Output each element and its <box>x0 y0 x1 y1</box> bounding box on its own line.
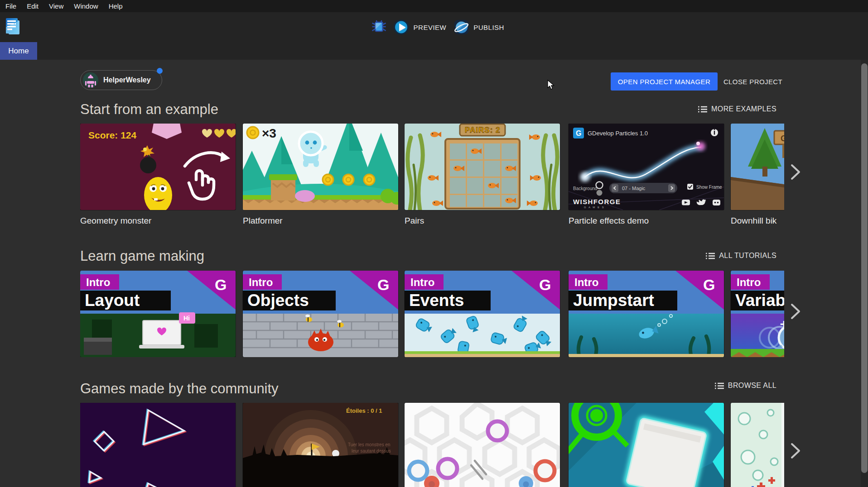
card-intro-events: G Intro Events <box>405 271 560 357</box>
card-community-game-2: Étoiles : 0 / 1 Tuer les monstres en leu… <box>243 403 398 487</box>
wishforge-sub: G A M E S <box>584 206 605 209</box>
card-pairs: PAIRS: 2 Pairs <box>405 124 560 226</box>
more-examples-link[interactable]: MORE EXAMPLES <box>698 105 776 113</box>
gdevelop-home-window: File Edit View Window Help <box>0 0 868 487</box>
card-community-game-3 <box>405 403 560 487</box>
list-icon <box>698 105 707 113</box>
intro-events-thumbnail[interactable]: G Intro Events <box>405 271 560 357</box>
mouse-cursor <box>547 80 555 92</box>
card-intro-objects: G Intro Objects <box>243 271 398 357</box>
all-tutorials-label: ALL TUTORIALS <box>719 252 776 260</box>
publish-button[interactable]: PUBLISH <box>453 19 504 35</box>
preview-label: PREVIEW <box>414 24 447 31</box>
downhill-bike-thumbnail[interactable]: G <box>731 124 784 210</box>
gdevelop-g-logo: G <box>377 276 389 293</box>
publish-globe-icon <box>453 19 469 35</box>
sunset-platformer-art: Étoiles : 0 / 1 Tuer les monstres en leu… <box>243 403 398 487</box>
bubbles-game-art <box>731 403 784 487</box>
coin-count-text: ×3 <box>262 126 276 140</box>
intro-variables-art: +1 G Intro Variab <box>731 271 784 357</box>
tutorial-title: Layout <box>85 291 140 310</box>
pairs-banner-text: PAIRS: 2 <box>465 126 501 134</box>
geometry-monster-art: Score: 124 <box>80 124 236 210</box>
demo-logo-letter: G <box>576 129 581 137</box>
menu-window[interactable]: Window <box>74 2 98 10</box>
tutorial-title: Objects <box>247 291 309 310</box>
intro-badge: Intro <box>574 276 598 288</box>
card-intro-jumpstart: G Intro Jumpstart <box>569 271 724 357</box>
pairs-art: PAIRS: 2 <box>405 124 560 210</box>
tutorial-title: Variab <box>735 291 784 310</box>
card-geometry-monster: Score: 124 <box>80 124 236 226</box>
tab-bar: Home <box>0 42 868 60</box>
examples-next-chevron-icon[interactable] <box>789 163 802 181</box>
tutorials-section-title: Learn game making <box>80 248 204 264</box>
open-project-manager-button[interactable]: OPEN PROJECT MANAGER <box>611 72 718 91</box>
scrollbar-track[interactable] <box>861 60 868 487</box>
tutorial-title: Events <box>409 291 464 310</box>
scrollbar-thumb[interactable] <box>861 63 868 473</box>
profile-chip[interactable]: HelperWesley <box>80 70 162 90</box>
geometry-monster-thumbnail[interactable]: Score: 124 <box>80 124 236 210</box>
pairs-thumbnail[interactable]: PAIRS: 2 <box>405 124 560 210</box>
gdevelop-g-logo: G <box>215 276 227 293</box>
community-carousel: Étoiles : 0 / 1 Tuer les monstres en leu… <box>80 403 784 487</box>
tab-home[interactable]: Home <box>0 42 37 60</box>
list-icon <box>715 382 724 390</box>
bubbles-game-thumbnail[interactable] <box>731 403 784 487</box>
preset-text: 07 - Magic <box>622 186 646 191</box>
particle-effects-thumbnail[interactable]: G GDevelop Particles 1.0 Background 07 -… <box>569 124 724 210</box>
score-text: Score: 124 <box>88 130 137 140</box>
card-intro-variables: +1 G Intro Variab <box>731 271 784 357</box>
intro-badge: Intro <box>86 276 110 288</box>
gdevelop-g-logo: G <box>703 276 715 293</box>
community-next-chevron-icon[interactable] <box>789 442 802 460</box>
debugger-icon[interactable] <box>372 19 386 35</box>
intro-jumpstart-thumbnail[interactable]: G Intro Jumpstart <box>569 271 724 357</box>
card-label: Particle effects demo <box>569 216 724 226</box>
hint-text-line2: leur sautant dessus <box>352 449 391 454</box>
card-community-game-1 <box>80 403 236 487</box>
gdevelop-logo-icon <box>5 17 21 38</box>
notification-dot-icon <box>157 68 163 74</box>
tutorial-title: Jumpstart <box>573 291 654 310</box>
menu-view[interactable]: View <box>49 2 63 10</box>
menu-bar: File Edit View Window Help <box>0 0 868 12</box>
intro-badge: Intro <box>737 276 761 288</box>
intro-objects-thumbnail[interactable]: G Intro Objects <box>243 271 398 357</box>
hexagon-puzzle-art <box>405 403 560 487</box>
toolbar-center: PREVIEW PUBLISH <box>372 12 504 42</box>
menu-help[interactable]: Help <box>109 2 123 10</box>
intro-layout-thumbnail[interactable]: Hi G Intro Layout <box>80 271 236 357</box>
intro-variables-thumbnail[interactable]: +1 G Intro Variab <box>731 271 784 357</box>
preview-play-icon <box>394 19 409 35</box>
demo-title-text: GDevelop Particles 1.0 <box>588 130 648 137</box>
neon-shapes-art <box>80 403 236 487</box>
intro-events-art: G Intro Events <box>405 271 560 357</box>
menu-edit[interactable]: Edit <box>27 2 39 10</box>
hint-text-line1: Tuer les monstres en <box>348 442 391 447</box>
browse-all-link[interactable]: BROWSE ALL <box>715 382 776 390</box>
card-platformer: ×3 Platformer <box>243 124 398 226</box>
hexagon-puzzle-thumbnail[interactable] <box>405 403 560 487</box>
neon-shapes-game-thumbnail[interactable] <box>80 403 236 487</box>
preview-button[interactable]: PREVIEW <box>394 19 447 35</box>
background-label: Background <box>573 186 597 191</box>
wishforge-brand: WISHFORGE <box>573 198 621 205</box>
sunset-platformer-thumbnail[interactable]: Étoiles : 0 / 1 Tuer les monstres en leu… <box>243 403 398 487</box>
list-icon <box>706 252 715 260</box>
card-community-game-5 <box>731 403 784 487</box>
card-label: Geometry monster <box>80 216 236 226</box>
close-project-button[interactable]: CLOSE PROJECT <box>721 72 785 91</box>
tutorials-next-chevron-icon[interactable] <box>789 302 802 320</box>
card-community-game-4 <box>569 403 724 487</box>
more-examples-label: MORE EXAMPLES <box>711 105 776 113</box>
intro-objects-art: G Intro Objects <box>243 271 398 357</box>
platformer-thumbnail[interactable]: ×3 <box>243 124 398 210</box>
teal-rings-art <box>569 403 724 487</box>
menu-file[interactable]: File <box>5 2 16 10</box>
intro-badge: Intro <box>249 276 273 288</box>
teal-rings-game-thumbnail[interactable] <box>569 403 724 487</box>
publish-label: PUBLISH <box>473 24 504 31</box>
all-tutorials-link[interactable]: ALL TUTORIALS <box>706 252 776 260</box>
